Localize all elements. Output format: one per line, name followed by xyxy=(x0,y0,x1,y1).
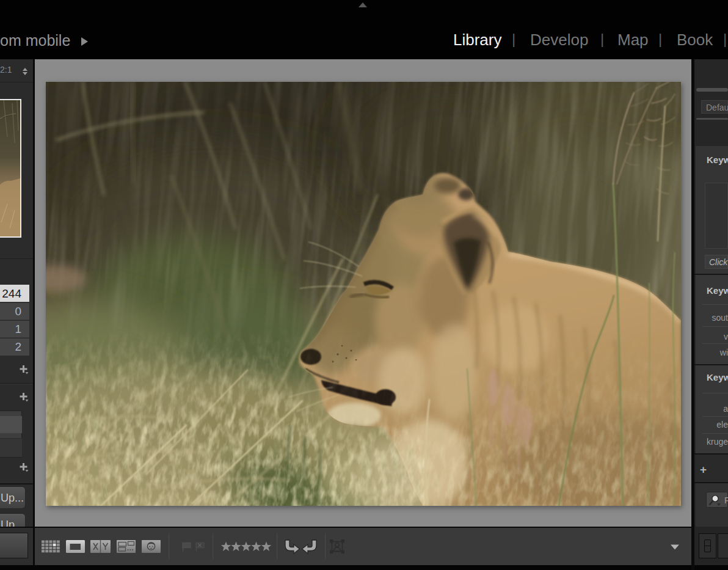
svg-text:F: F xyxy=(724,495,728,505)
